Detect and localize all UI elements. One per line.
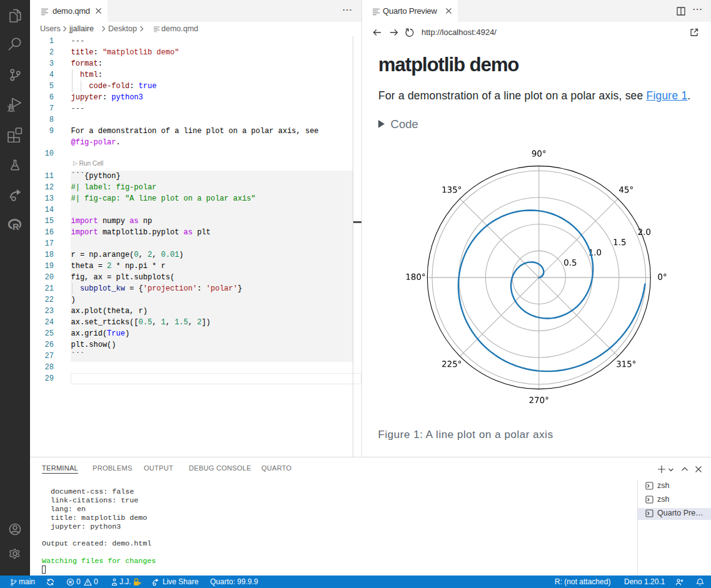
svg-text:R: R (13, 222, 19, 232)
